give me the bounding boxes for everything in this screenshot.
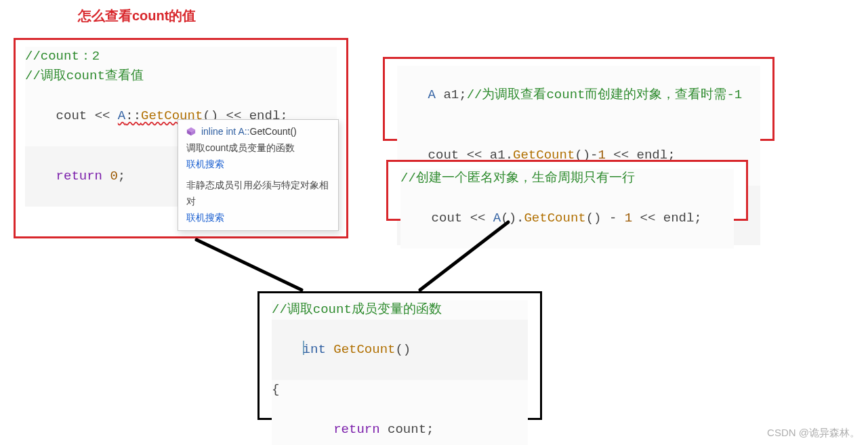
method-icon: [186, 125, 196, 135]
tooltip-description: 调取count成员变量的函数: [178, 140, 338, 156]
tooltip-sig-name: GetCount(): [250, 126, 297, 137]
tooltip-search-link-2[interactable]: 联机搜索: [178, 210, 338, 226]
tooltip-sig-prefix: inline int: [201, 126, 238, 137]
tooltip-sig-class: A::: [238, 126, 249, 137]
tooltip-search-link[interactable]: 联机搜索: [178, 156, 338, 173]
svg-line-4: [420, 222, 508, 290]
tooltip-signature: inline int A::GetCount(): [178, 124, 338, 140]
intellisense-tooltip: inline int A::GetCount() 调取count成员变量的函数 …: [178, 119, 339, 231]
arrow-right: [0, 0, 868, 445]
tooltip-error: 非静态成员引用必须与特定对象相对: [178, 177, 338, 210]
